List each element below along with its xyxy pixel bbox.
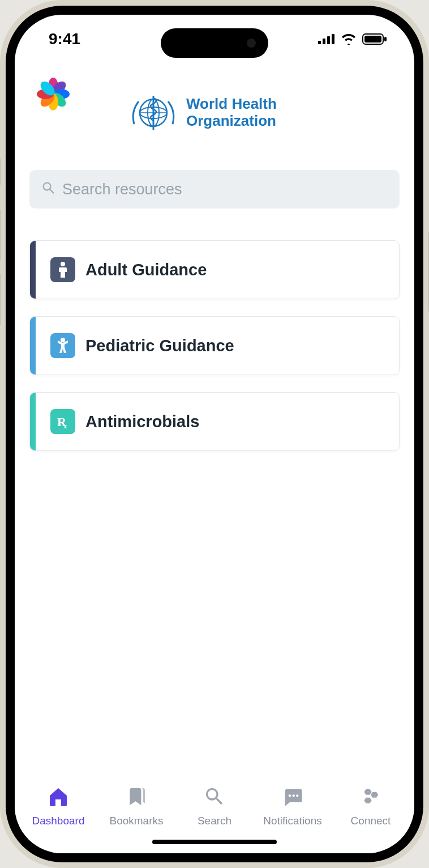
device-side-button xyxy=(0,159,1,185)
status-indicators xyxy=(318,33,387,45)
chat-icon xyxy=(281,785,304,810)
tab-search[interactable]: Search xyxy=(181,785,248,827)
svg-rect-6 xyxy=(384,37,387,41)
bookmark-icon xyxy=(125,785,148,810)
tab-label: Connect xyxy=(351,815,391,827)
card-title: Adult Guidance xyxy=(85,261,207,279)
card-antimicrobials[interactable]: R x Antimicrobials xyxy=(29,392,400,451)
cellular-icon xyxy=(318,34,335,44)
battery-icon xyxy=(362,33,387,45)
rx-icon: R x xyxy=(50,409,75,434)
svg-point-20 xyxy=(61,338,65,342)
svg-point-19 xyxy=(61,262,65,266)
search-placeholder: Search resources xyxy=(62,181,182,198)
search-icon xyxy=(203,785,226,810)
svg-point-23 xyxy=(289,794,291,797)
card-accent xyxy=(30,393,36,450)
svg-marker-26 xyxy=(364,789,371,795)
tab-connect[interactable]: Connect xyxy=(337,785,405,827)
category-list: Adult Guidance Pediatric Guidance xyxy=(29,240,400,451)
device-side-button xyxy=(0,210,1,261)
who-logo: World Health Organization xyxy=(130,87,299,141)
svg-rect-2 xyxy=(327,36,330,44)
child-icon xyxy=(50,333,75,358)
hex-icon xyxy=(359,785,382,810)
tab-label: Bookmarks xyxy=(109,815,163,827)
card-accent xyxy=(30,241,36,299)
svg-rect-1 xyxy=(323,39,325,44)
app-logo-icon[interactable] xyxy=(35,76,71,112)
home-indicator[interactable] xyxy=(152,840,277,844)
svg-rect-3 xyxy=(332,34,334,44)
device-side-button xyxy=(0,274,1,325)
svg-marker-27 xyxy=(371,792,378,798)
card-title: Antimicrobials xyxy=(85,412,199,431)
svg-point-25 xyxy=(296,794,298,797)
tab-bookmarks[interactable]: Bookmarks xyxy=(102,785,170,827)
status-time: 9:41 xyxy=(49,30,80,48)
who-text-line1: World Health xyxy=(186,95,277,112)
card-accent xyxy=(30,317,36,375)
device-bezel: 9:41 xyxy=(6,6,423,862)
card-title: Pediatric Guidance xyxy=(85,337,234,355)
svg-rect-0 xyxy=(318,41,321,44)
tab-label: Notifications xyxy=(263,815,322,827)
card-pediatric-guidance[interactable]: Pediatric Guidance xyxy=(29,316,400,375)
dynamic-island xyxy=(161,28,268,58)
wifi-icon xyxy=(341,33,357,45)
header: World Health Organization xyxy=(29,73,400,163)
search-input[interactable]: Search resources xyxy=(29,170,400,209)
tab-notifications[interactable]: Notifications xyxy=(259,785,327,827)
card-adult-guidance[interactable]: Adult Guidance xyxy=(29,240,400,299)
person-icon xyxy=(50,257,75,282)
svg-rect-5 xyxy=(364,36,381,42)
tab-label: Dashboard xyxy=(32,815,85,827)
device-frame: 9:41 xyxy=(0,0,429,868)
tab-label: Search xyxy=(198,815,231,827)
home-icon xyxy=(47,785,70,810)
who-text-line2: Organization xyxy=(186,112,276,129)
screen: 9:41 xyxy=(15,15,414,853)
search-icon xyxy=(41,180,57,198)
svg-text:x: x xyxy=(63,422,67,429)
main-content: World Health Organization Search resourc… xyxy=(15,63,414,777)
svg-marker-28 xyxy=(364,798,371,803)
svg-point-24 xyxy=(293,794,295,797)
tab-dashboard[interactable]: Dashboard xyxy=(24,785,92,827)
